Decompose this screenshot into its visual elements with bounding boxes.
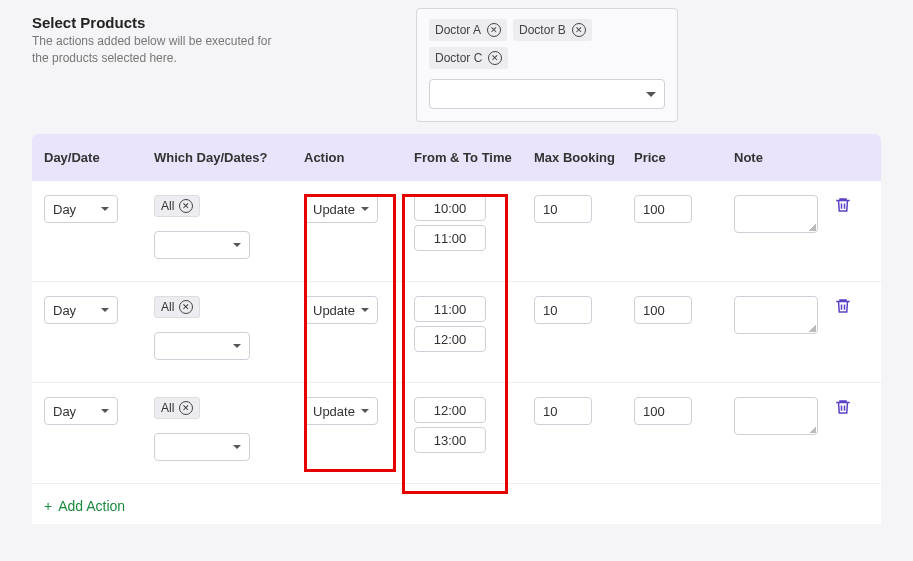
table-row: Day All ✕ Update 11:00 [32, 282, 881, 383]
products-selector-box: Doctor A ✕ Doctor B ✕ Doctor C ✕ [416, 8, 678, 122]
action-dropdown[interactable]: Update [304, 397, 378, 425]
note-textarea[interactable] [734, 397, 818, 435]
chevron-down-icon [233, 243, 241, 247]
chevron-down-icon [101, 308, 109, 312]
to-time-input[interactable]: 11:00 [414, 225, 486, 251]
chip-label: Doctor C [435, 51, 482, 65]
daydate-dropdown[interactable]: Day [44, 296, 118, 324]
which-tag-all: All ✕ [154, 397, 200, 419]
to-time-input[interactable]: 13:00 [414, 427, 486, 453]
trash-icon [834, 195, 852, 215]
product-chip-doctor-a: Doctor A ✕ [429, 19, 507, 41]
select-products-title: Select Products [32, 14, 396, 31]
daydate-dropdown[interactable]: Day [44, 397, 118, 425]
to-time-value: 11:00 [434, 231, 467, 246]
price-value: 100 [643, 202, 665, 217]
chip-remove-icon[interactable]: ✕ [572, 23, 586, 37]
chevron-down-icon [233, 445, 241, 449]
action-value: Update [313, 404, 355, 419]
which-dropdown[interactable] [154, 433, 250, 461]
action-dropdown[interactable]: Update [304, 195, 378, 223]
col-header-max: Max Booking [534, 150, 634, 165]
products-dropdown[interactable] [429, 79, 665, 109]
chip-remove-icon[interactable]: ✕ [487, 23, 501, 37]
col-header-note: Note [734, 150, 834, 165]
price-value: 100 [643, 404, 665, 419]
max-booking-input[interactable]: 10 [534, 296, 592, 324]
max-booking-value: 10 [543, 404, 557, 419]
which-tag-label: All [161, 300, 174, 314]
daydate-value: Day [53, 404, 76, 419]
which-tag-all: All ✕ [154, 296, 200, 318]
max-booking-value: 10 [543, 202, 557, 217]
col-header-daydate: Day/Date [44, 150, 154, 165]
col-header-price: Price [634, 150, 734, 165]
col-header-time: From & To Time [414, 150, 534, 165]
trash-icon [834, 397, 852, 417]
chip-remove-icon[interactable]: ✕ [179, 199, 193, 213]
chevron-down-icon [361, 308, 369, 312]
plus-icon: + [44, 498, 52, 514]
product-chip-doctor-b: Doctor B ✕ [513, 19, 592, 41]
table-header: Day/Date Which Day/Dates? Action From & … [32, 134, 881, 181]
trash-icon [834, 296, 852, 316]
from-time-value: 12:00 [434, 403, 467, 418]
chip-remove-icon[interactable]: ✕ [488, 51, 502, 65]
chevron-down-icon [101, 409, 109, 413]
product-chip-doctor-c: Doctor C ✕ [429, 47, 508, 69]
to-time-input[interactable]: 12:00 [414, 326, 486, 352]
chip-remove-icon[interactable]: ✕ [179, 401, 193, 415]
from-time-input[interactable]: 11:00 [414, 296, 486, 322]
col-header-which: Which Day/Dates? [154, 150, 304, 165]
chevron-down-icon [361, 409, 369, 413]
select-products-subtitle: The actions added below will be executed… [32, 33, 282, 67]
chevron-down-icon [361, 207, 369, 211]
chip-label: Doctor B [519, 23, 566, 37]
col-header-action: Action [304, 150, 414, 165]
delete-row-button[interactable] [834, 195, 852, 215]
chip-remove-icon[interactable]: ✕ [179, 300, 193, 314]
price-input[interactable]: 100 [634, 296, 692, 324]
max-booking-value: 10 [543, 303, 557, 318]
to-time-value: 13:00 [434, 433, 467, 448]
from-time-input[interactable]: 10:00 [414, 195, 486, 221]
action-value: Update [313, 202, 355, 217]
from-time-value: 11:00 [434, 302, 467, 317]
chevron-down-icon [646, 92, 656, 97]
which-tag-label: All [161, 401, 174, 415]
which-tag-all: All ✕ [154, 195, 200, 217]
action-dropdown[interactable]: Update [304, 296, 378, 324]
delete-row-button[interactable] [834, 397, 852, 417]
note-textarea[interactable] [734, 195, 818, 233]
which-tag-label: All [161, 199, 174, 213]
price-value: 100 [643, 303, 665, 318]
add-action-button[interactable]: + Add Action [32, 484, 137, 524]
from-time-value: 10:00 [434, 201, 467, 216]
action-value: Update [313, 303, 355, 318]
max-booking-input[interactable]: 10 [534, 195, 592, 223]
daydate-value: Day [53, 202, 76, 217]
table-row: Day All ✕ Update 12:00 [32, 383, 881, 484]
price-input[interactable]: 100 [634, 195, 692, 223]
which-dropdown[interactable] [154, 231, 250, 259]
chevron-down-icon [101, 207, 109, 211]
actions-table: Day/Date Which Day/Dates? Action From & … [32, 134, 881, 524]
from-time-input[interactable]: 12:00 [414, 397, 486, 423]
max-booking-input[interactable]: 10 [534, 397, 592, 425]
chevron-down-icon [233, 344, 241, 348]
daydate-dropdown[interactable]: Day [44, 195, 118, 223]
chip-label: Doctor A [435, 23, 481, 37]
price-input[interactable]: 100 [634, 397, 692, 425]
to-time-value: 12:00 [434, 332, 467, 347]
which-dropdown[interactable] [154, 332, 250, 360]
daydate-value: Day [53, 303, 76, 318]
table-row: Day All ✕ Update 10:00 [32, 181, 881, 282]
note-textarea[interactable] [734, 296, 818, 334]
delete-row-button[interactable] [834, 296, 852, 316]
add-action-label: Add Action [58, 498, 125, 514]
